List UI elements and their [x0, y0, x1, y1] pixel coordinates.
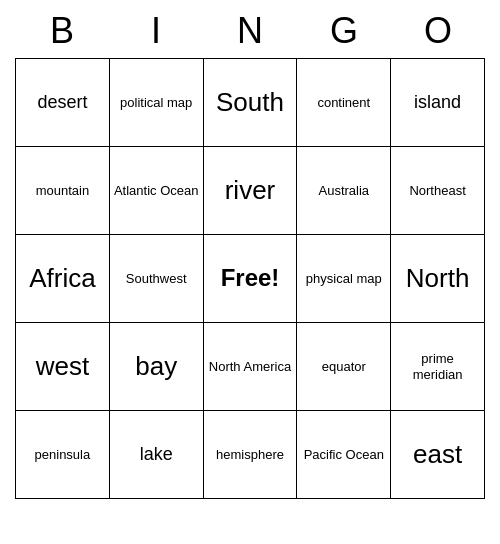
- bingo-cell: continent: [297, 59, 391, 147]
- bingo-letter: I: [111, 10, 201, 52]
- bingo-cell: Free!: [204, 235, 298, 323]
- bingo-header: BINGO: [15, 0, 485, 58]
- bingo-letter: N: [205, 10, 295, 52]
- bingo-cell: mountain: [16, 147, 110, 235]
- bingo-cell: South: [204, 59, 298, 147]
- bingo-letter: B: [17, 10, 107, 52]
- bingo-row: mountainAtlantic OceanriverAustraliaNort…: [16, 147, 485, 235]
- bingo-cell: west: [16, 323, 110, 411]
- bingo-cell: Atlantic Ocean: [110, 147, 204, 235]
- bingo-cell: political map: [110, 59, 204, 147]
- bingo-cell: Pacific Ocean: [297, 411, 391, 499]
- bingo-row: peninsulalakehemispherePacific Oceaneast: [16, 411, 485, 499]
- bingo-cell: North: [391, 235, 485, 323]
- bingo-cell: lake: [110, 411, 204, 499]
- bingo-cell: Northeast: [391, 147, 485, 235]
- bingo-cell: Australia: [297, 147, 391, 235]
- bingo-cell: equator: [297, 323, 391, 411]
- bingo-letter: O: [393, 10, 483, 52]
- bingo-row: desertpolitical mapSouthcontinentisland: [16, 59, 485, 147]
- bingo-cell: bay: [110, 323, 204, 411]
- bingo-cell: Africa: [16, 235, 110, 323]
- bingo-cell: island: [391, 59, 485, 147]
- bingo-cell: desert: [16, 59, 110, 147]
- bingo-cell: peninsula: [16, 411, 110, 499]
- bingo-letter: G: [299, 10, 389, 52]
- bingo-cell: east: [391, 411, 485, 499]
- bingo-row: AfricaSouthwestFree!physical mapNorth: [16, 235, 485, 323]
- bingo-cell: river: [204, 147, 298, 235]
- bingo-row: westbayNorth Americaequatorprime meridia…: [16, 323, 485, 411]
- bingo-cell: Southwest: [110, 235, 204, 323]
- bingo-grid: desertpolitical mapSouthcontinentislandm…: [15, 58, 485, 499]
- bingo-cell: hemisphere: [204, 411, 298, 499]
- bingo-cell: North America: [204, 323, 298, 411]
- bingo-cell: prime meridian: [391, 323, 485, 411]
- bingo-cell: physical map: [297, 235, 391, 323]
